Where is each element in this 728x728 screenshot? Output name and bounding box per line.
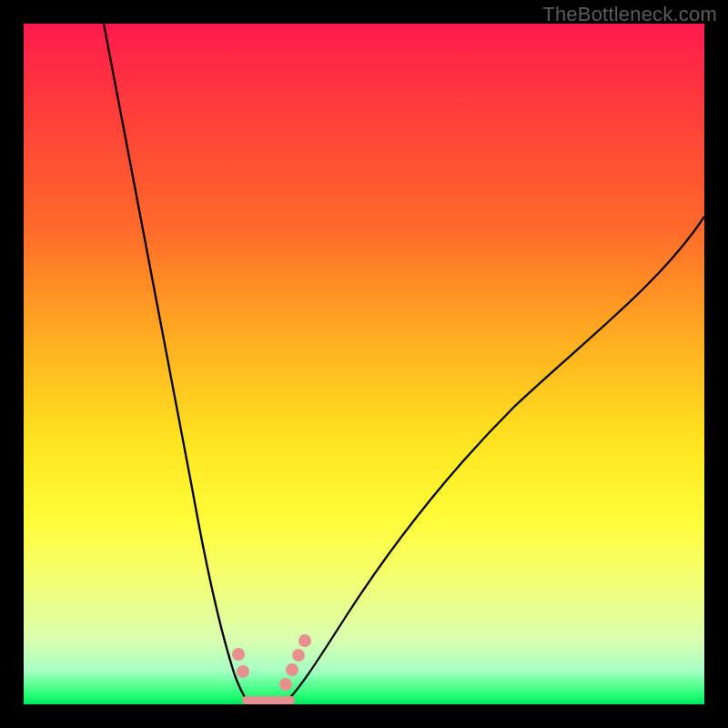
left-curve [104, 24, 250, 704]
chart-svg [24, 24, 704, 704]
marker-dot [232, 648, 245, 661]
marker-dot [298, 634, 311, 647]
marker-dot [237, 665, 249, 678]
marker-dot [279, 678, 292, 691]
watermark-text: TheBottleneck.com [542, 3, 717, 26]
bottom-marker-bar [242, 696, 295, 704]
chart-frame: TheBottleneck.com [0, 0, 728, 728]
marker-dot [286, 663, 298, 676]
plot-area [24, 24, 704, 704]
right-curve [283, 217, 704, 704]
marker-dot [292, 649, 305, 662]
